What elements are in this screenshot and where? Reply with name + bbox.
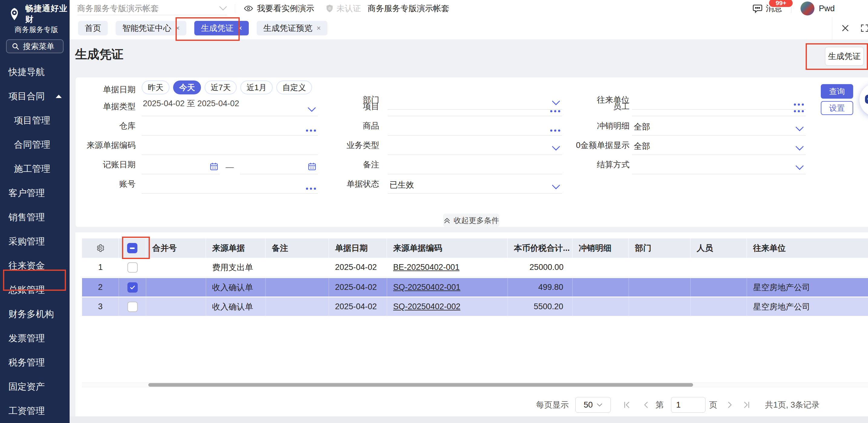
table-row[interactable]: 1 费用支出单 2025-04-02 BE-20250402-001 25000… [82, 258, 868, 277]
username[interactable]: Pwd [819, 4, 835, 13]
tab-generate-voucher[interactable]: 生成凭证 × [194, 21, 249, 35]
filter-column-3: 往来单位 员工 冲销明细 全部 0金额单据显示 全部 [545, 77, 806, 174]
first-page-icon[interactable] [623, 401, 631, 409]
project-picker[interactable] [388, 97, 562, 116]
menu-search-input[interactable]: 搜索菜单 [6, 39, 64, 53]
sidebar-item-quick-nav[interactable]: 快捷导航 [0, 63, 70, 81]
sidebar-nav: 快捷导航 项目合同 项目管理 合同管理 施工管理 客户管理 销售管理 采购管理 … [0, 63, 70, 420]
source-code-input[interactable] [142, 135, 318, 155]
source-code-link[interactable]: BE-20250402-001 [393, 263, 459, 272]
col-header-amount[interactable]: 本币价税合计... [508, 238, 572, 258]
chevron-down-icon [795, 146, 804, 151]
chip-today[interactable]: 今天 [173, 80, 201, 94]
goods-picker[interactable] [388, 116, 562, 135]
cell-remark [266, 278, 329, 296]
per-page-select[interactable]: 50 [575, 397, 611, 413]
doc-status-select[interactable]: 已生效 [388, 174, 562, 194]
tab-generate-voucher-preview[interactable]: 生成凭证预览 × [257, 21, 328, 35]
row-checkbox-checked[interactable] [127, 282, 138, 293]
col-header-partner[interactable]: 往来单位 [747, 238, 868, 258]
doc-type-select[interactable] [142, 97, 318, 116]
prev-page-icon[interactable] [642, 401, 650, 409]
employee-picker[interactable] [632, 97, 806, 116]
sidebar-item-project-mgmt[interactable]: 项目管理 [0, 111, 70, 130]
tab-bar: 首页 智能凭证中心 × 生成凭证 × 生成凭证预览 × [70, 17, 868, 39]
booking-date-from-input[interactable] [142, 161, 220, 174]
brand-edition: 商务服务专版 [0, 25, 70, 34]
chip-last7days[interactable]: 近7天 [205, 80, 237, 94]
chip-last1month[interactable]: 近1月 [240, 80, 272, 94]
col-header-merge-no[interactable]: 合并号 [146, 238, 206, 258]
sidebar-item-purchase-mgmt[interactable]: 采购管理 [0, 232, 70, 251]
page-number-input[interactable]: 1 [671, 397, 706, 413]
collapse-more-filters-button[interactable]: 收起更多条件 [443, 214, 499, 227]
settings-button[interactable]: 设置 [821, 101, 853, 115]
tab-smart-voucher-center[interactable]: 智能凭证中心 × [116, 21, 186, 35]
horizontal-scrollbar-track[interactable] [82, 383, 868, 387]
sidebar-item-project-contract[interactable]: 项目合同 [0, 87, 70, 105]
table-row[interactable]: 3 收入确认单 2025-04-02 SQ-20250402-002 5500.… [82, 296, 868, 316]
brand-logo-row: 畅捷通好业财 [0, 0, 70, 25]
row-checkbox[interactable] [127, 302, 138, 312]
sidebar-item-contract-mgmt[interactable]: 合同管理 [0, 135, 70, 154]
table-settings-cell[interactable] [82, 238, 119, 258]
cell-person [691, 297, 747, 316]
col-header-department[interactable]: 部门 [629, 238, 691, 258]
sidebar-item-tax-mgmt[interactable]: 税务管理 [0, 353, 70, 371]
sidebar-item-transactions-funds[interactable]: 往来资金 [0, 257, 70, 275]
messages-button[interactable]: 消息 99+ [752, 3, 782, 14]
generate-voucher-button[interactable]: 生成凭证 [825, 47, 864, 66]
col-header-doc-date[interactable]: 单据日期 [329, 238, 387, 258]
sidebar-item-sales-mgmt[interactable]: 销售管理 [0, 208, 70, 226]
row-checkbox[interactable] [127, 262, 138, 272]
source-code-link[interactable]: SQ-20250402-001 [393, 283, 460, 292]
row-number: 1 [82, 263, 119, 272]
settle-method-select[interactable] [632, 155, 806, 174]
query-button[interactable]: 查询 [821, 84, 853, 99]
main-area: 商务服务专版演示帐套 我要看实例演示 企 未认证 商务服务专版演示帐套 [70, 0, 868, 423]
zero-amount-select[interactable]: 全部 [632, 135, 806, 155]
message-bubble-icon [752, 3, 763, 13]
close-icon[interactable] [841, 24, 850, 33]
writeoff-detail-select[interactable]: 全部 [632, 116, 806, 135]
sidebar-item-general-ledger[interactable]: 总账管理 [0, 281, 70, 299]
sidebar-item-customer-mgmt[interactable]: 客户管理 [0, 184, 70, 202]
chip-yesterday[interactable]: 昨天 [142, 80, 169, 94]
sidebar-item-construction-mgmt[interactable]: 施工管理 [0, 160, 70, 178]
cell-partner: 星空房地产公司 [747, 278, 868, 296]
close-tab-icon[interactable]: × [317, 24, 321, 32]
sidebar-item-invoice-mgmt[interactable]: 发票管理 [0, 329, 70, 347]
remark-input[interactable] [388, 155, 562, 174]
source-code-link[interactable]: SQ-20250402-002 [393, 302, 460, 311]
col-header-writeoff[interactable]: 冲销明细 [572, 238, 629, 258]
bottom-strip [70, 416, 868, 423]
tab-home[interactable]: 首页 [78, 21, 108, 35]
close-tab-icon[interactable]: × [176, 24, 180, 32]
col-header-remark[interactable]: 备注 [266, 238, 329, 258]
horizontal-scrollbar-thumb[interactable] [148, 383, 693, 387]
sidebar-item-multi-org-finance[interactable]: 财务多机构 [0, 305, 70, 323]
certification-status[interactable]: 企 未认证 [325, 3, 361, 14]
sidebar-item-fixed-assets[interactable]: 固定资产 [0, 378, 70, 396]
sidebar-item-payroll-mgmt[interactable]: 工资管理 [0, 402, 70, 420]
account-set-select[interactable]: 商务服务专版演示帐套 [77, 2, 227, 15]
user-avatar[interactable] [801, 1, 814, 15]
next-page-icon[interactable] [726, 401, 734, 409]
last-page-icon[interactable] [743, 401, 751, 409]
cell-merge-no [146, 297, 206, 316]
col-header-source-code[interactable]: 来源单据编码 [387, 238, 508, 258]
business-type-select[interactable] [388, 135, 562, 155]
chevron-down-icon [795, 127, 804, 132]
col-header-person[interactable]: 人员 [691, 238, 747, 258]
table-row-selected[interactable]: 2 收入确认单 2025-04-02 SQ-20250402-001 499.8… [82, 277, 868, 296]
select-all-checkbox[interactable] [127, 243, 137, 253]
warehouse-picker[interactable] [142, 116, 318, 135]
page-title: 生成凭证 [75, 46, 123, 63]
account-no-picker[interactable] [142, 174, 318, 194]
results-panel: 合并号 来源单据 备注 单据日期 来源单据编码 本币价税合计... 冲销明细 部… [75, 232, 868, 416]
fullscreen-icon[interactable] [860, 24, 868, 33]
col-header-source-doc[interactable]: 来源单据 [206, 238, 266, 258]
chevron-down-icon [552, 185, 560, 190]
close-tab-icon[interactable]: × [238, 24, 242, 32]
view-demo-link[interactable]: 我要看实例演示 [244, 3, 314, 14]
